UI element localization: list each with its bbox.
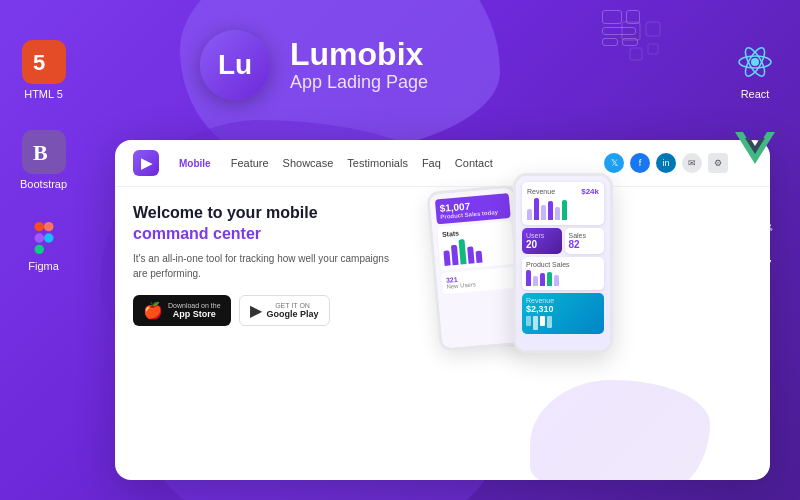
- figma-icon: Figma: [20, 220, 67, 272]
- bootstrap-icon: B Bootstrap: [20, 130, 67, 190]
- app-subtitle: App Lading Page: [290, 72, 428, 93]
- tech-icons-left: 5 HTML 5 B Bootstrap Figma: [20, 40, 67, 272]
- card-content: Welcome to your mobile command center It…: [133, 203, 393, 326]
- google-play-icon: ▶: [250, 301, 262, 320]
- svg-rect-8: [34, 233, 43, 242]
- facebook-icon[interactable]: f: [630, 153, 650, 173]
- app-logo: Lu: [200, 30, 270, 100]
- svg-rect-9: [34, 245, 43, 254]
- welcome-title: Welcome to your mobile command center: [133, 203, 393, 245]
- svg-text:B: B: [33, 140, 48, 165]
- store-buttons: 🍎 Download on the App Store ▶ GET IT ON …: [133, 295, 393, 326]
- header: Lu Lumobix App Lading Page: [200, 30, 680, 100]
- twitter-icon[interactable]: 𝕏: [604, 153, 624, 173]
- react-icon: React: [733, 40, 777, 100]
- mobile-label: Mobile: [179, 158, 211, 169]
- nav-links: Feature Showcase Testimonials Faq Contac…: [231, 157, 584, 169]
- tech-icons-right: React Vue jQuery: [730, 40, 780, 268]
- card-logo: ▶: [133, 150, 159, 176]
- html5-icon: 5 HTML 5: [20, 40, 67, 100]
- settings-icon[interactable]: ⚙: [708, 153, 728, 173]
- linkedin-icon[interactable]: in: [656, 153, 676, 173]
- appstore-button[interactable]: 🍎 Download on the App Store: [133, 295, 231, 326]
- svg-rect-7: [44, 222, 53, 231]
- nav-showcase[interactable]: Showcase: [283, 157, 334, 169]
- svg-rect-6: [34, 222, 43, 231]
- svg-point-10: [44, 233, 53, 242]
- jquery-icon: jQuery: [730, 212, 780, 268]
- app-name: Lumobix: [290, 37, 428, 72]
- phone-area: $1,007 Product Sales today Stats: [403, 203, 603, 326]
- mail-icon[interactable]: ✉: [682, 153, 702, 173]
- nav-contact[interactable]: Contact: [455, 157, 493, 169]
- svg-point-11: [751, 58, 759, 66]
- svg-text:5: 5: [33, 50, 45, 75]
- phone-mockup-front: Revenue $24k: [513, 173, 613, 353]
- nav-testimonials[interactable]: Testimonials: [347, 157, 408, 169]
- nav-faq[interactable]: Faq: [422, 157, 441, 169]
- card-nav: ▶ Mobile Feature Showcase Testimonials F…: [115, 140, 770, 187]
- welcome-desc: It's an all-in-one tool for tracking how…: [133, 251, 393, 281]
- apple-icon: 🍎: [143, 301, 163, 320]
- nav-feature[interactable]: Feature: [231, 157, 269, 169]
- header-text: Lumobix App Lading Page: [290, 37, 428, 93]
- vue-icon: Vue: [733, 130, 777, 182]
- googleplay-button[interactable]: ▶ GET IT ON Google Play: [239, 295, 330, 326]
- card-body: Welcome to your mobile command center It…: [115, 187, 770, 336]
- welcome-highlight: command center: [133, 225, 261, 242]
- preview-card: ▶ Mobile Feature Showcase Testimonials F…: [115, 140, 770, 480]
- card-blob: [530, 380, 710, 480]
